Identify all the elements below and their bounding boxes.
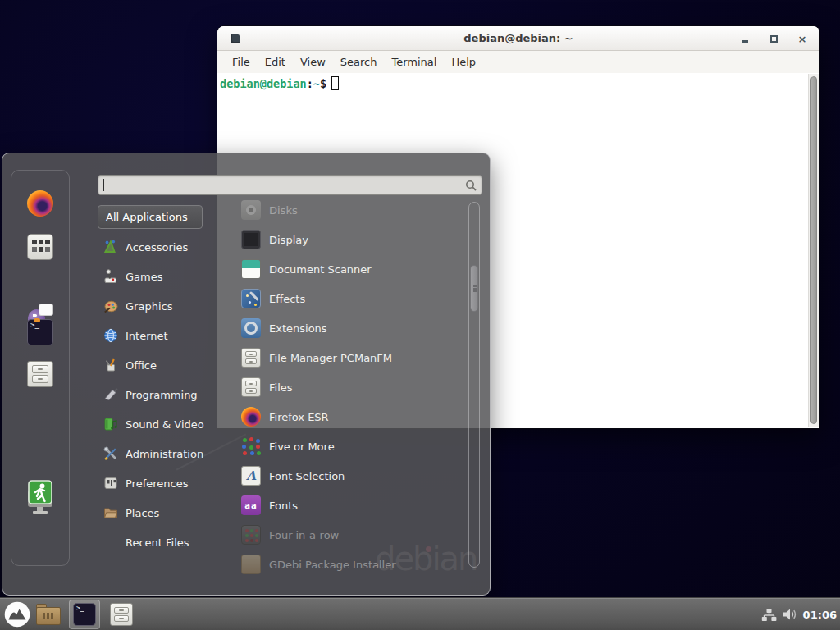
character-map-icon[interactable]: [27, 234, 53, 260]
folder-icon: [43, 613, 45, 619]
menu-view[interactable]: View: [293, 53, 333, 71]
preferences-icon: [103, 475, 119, 491]
app-item-effects[interactable]: Effects: [233, 284, 466, 313]
menu-edit[interactable]: Edit: [258, 53, 293, 71]
app-item-display[interactable]: Display: [233, 225, 466, 254]
category-label: Preferences: [126, 477, 188, 490]
app-item-label: Extensions: [269, 322, 327, 335]
category-list: Accessories Games Graphics: [98, 232, 229, 557]
prompt-user-host: debian@debian: [220, 77, 307, 90]
menu-search[interactable]: Search: [333, 53, 385, 71]
app-item-five-or-more[interactable]: Five or More: [233, 431, 466, 461]
menu-button-icon: [4, 601, 30, 628]
internet-icon: [103, 327, 119, 344]
application-list: Disks Display Document Scanner Effects E…: [233, 195, 466, 579]
network-icon[interactable]: [761, 608, 777, 622]
app-item-font-selection[interactable]: Font Selection: [233, 461, 466, 491]
category-accessories[interactable]: Accessories: [98, 232, 229, 262]
category-label: Administration: [126, 448, 203, 460]
category-label: Accessories: [126, 241, 188, 253]
category-places[interactable]: Places: [98, 498, 229, 527]
taskbar-terminal-button-active[interactable]: >_: [69, 600, 100, 629]
category-label: Programming: [126, 389, 198, 401]
app-item-disks[interactable]: Disks: [233, 195, 466, 225]
menu-button[interactable]: [4, 601, 30, 628]
taskbar: >_ 01:06: [0, 597, 840, 630]
prompt-symbol: $: [320, 77, 326, 90]
close-button[interactable]: ×: [797, 33, 808, 44]
search-input[interactable]: [104, 176, 465, 194]
category-sound-video[interactable]: Sound & Video: [98, 409, 229, 439]
five-or-more-icon: [241, 436, 261, 456]
administration-icon: [103, 445, 119, 462]
gdebi-icon: [241, 555, 261, 574]
category-internet[interactable]: Internet: [98, 321, 229, 350]
search-icon: [465, 180, 477, 191]
firefox-icon: [241, 407, 261, 427]
minimize-button[interactable]: [739, 33, 751, 44]
clock[interactable]: 01:06: [803, 609, 837, 621]
terminal-window-title: debian@debian: ~: [217, 32, 819, 44]
app-item-label: Effects: [269, 293, 305, 305]
office-icon: [103, 357, 119, 373]
maximize-button[interactable]: [768, 33, 779, 44]
app-item-document-scanner[interactable]: Document Scanner: [233, 254, 466, 284]
document-scanner-icon: [241, 259, 261, 279]
category-label: Office: [126, 359, 157, 372]
category-graphics[interactable]: Graphics: [98, 291, 229, 321]
app-item-label: Disks: [269, 204, 298, 217]
category-preferences[interactable]: Preferences: [98, 468, 229, 498]
category-all-applications[interactable]: All Applications: [98, 205, 203, 229]
terminal-scrollbar[interactable]: [808, 74, 819, 427]
log-out-icon[interactable]: [27, 479, 53, 505]
app-list-scrollbar-thumb[interactable]: [470, 265, 478, 312]
app-item-firefox-esr[interactable]: Firefox ESR: [233, 402, 466, 431]
category-games[interactable]: Games: [98, 262, 229, 291]
search-box[interactable]: [98, 175, 482, 195]
app-list-scrollbar[interactable]: [468, 202, 480, 568]
app-item-fonts[interactable]: Fonts: [233, 491, 466, 520]
effects-icon: [241, 289, 261, 308]
app-item-label: Fonts: [269, 500, 298, 512]
app-item-files[interactable]: Files: [233, 372, 466, 402]
menu-terminal[interactable]: Terminal: [384, 53, 444, 71]
app-item-four-in-a-row[interactable]: Four-in-a-row: [233, 520, 466, 550]
app-item-label: GDebi Package Installer: [269, 559, 396, 571]
extensions-icon: [241, 318, 261, 338]
terminal-menubar: File Edit View Search Terminal Help: [217, 51, 819, 73]
terminal-prompt: debian@debian:~$: [217, 73, 819, 90]
display-icon: [241, 230, 261, 249]
files-icon: [241, 377, 261, 397]
app-item-label: Document Scanner: [269, 263, 372, 276]
four-in-a-row-icon: [241, 525, 261, 545]
app-item-gdebi-package-installer[interactable]: GDebi Package Installer: [233, 550, 466, 579]
file-manager-icon[interactable]: [27, 361, 53, 387]
category-programming[interactable]: Programming: [98, 380, 229, 409]
file-manager-icon: [241, 348, 261, 368]
category-recent-files[interactable]: Recent Files: [98, 527, 229, 557]
firefox-icon[interactable]: [27, 190, 53, 217]
terminal-scrollbar-thumb[interactable]: [810, 76, 817, 424]
places-icon: [103, 504, 119, 521]
app-item-label: File Manager PCManFM: [269, 352, 392, 364]
menu-file[interactable]: File: [225, 53, 258, 71]
taskbar-files-button[interactable]: [110, 603, 133, 626]
system-tray: 01:06: [761, 598, 837, 630]
taskbar-file-manager-button[interactable]: [36, 604, 61, 625]
programming-icon: [103, 386, 119, 403]
prompt-separator: :: [307, 77, 313, 90]
terminal-icon[interactable]: >_: [27, 319, 53, 345]
terminal-titlebar[interactable]: debian@debian: ~ ×: [217, 26, 819, 51]
menu-help[interactable]: Help: [444, 53, 483, 71]
app-item-file-manager-pcmanfm[interactable]: File Manager PCManFM: [233, 343, 466, 372]
category-label: Places: [126, 507, 159, 519]
category-office[interactable]: Office: [98, 350, 229, 380]
category-administration[interactable]: Administration: [98, 439, 229, 468]
volume-icon[interactable]: [783, 608, 797, 621]
app-item-label: Four-in-a-row: [269, 529, 339, 541]
category-label: Recent Files: [126, 536, 189, 549]
category-label: Games: [126, 271, 162, 283]
sound-video-icon: [103, 416, 119, 432]
prompt-path: ~: [313, 77, 320, 90]
app-item-extensions[interactable]: Extensions: [233, 313, 466, 343]
